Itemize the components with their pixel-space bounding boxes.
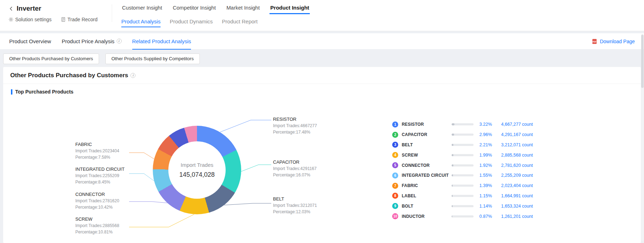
header-actions: Solution settings Trade Record — [8, 17, 98, 22]
callout-percentage: Percentage:12.03% — [273, 209, 317, 215]
ranking-product-name: CONNECTOR — [402, 163, 452, 168]
ranking-product-name: LABEL — [402, 193, 452, 198]
ranking-percent: 1.39% — [474, 183, 492, 188]
callout-leader-line — [220, 120, 271, 132]
donut-center: Import Trades 145,074,028 — [168, 141, 226, 199]
chart-callout-resistor: RESISTOR Import Trades:4667277 Percentag… — [273, 116, 317, 135]
ranking-progress-bar — [452, 164, 474, 166]
ranking-progress-bar — [452, 195, 474, 197]
ranking-percent: 1.92% — [474, 163, 492, 168]
ranking-row: 8LABEL1.15%1,664,991 count — [392, 191, 544, 201]
tab-product-price-analysis-label: Product Price Analysis — [62, 38, 114, 44]
tab-product-overview[interactable]: Product Overview — [9, 33, 51, 50]
ranking-percent: 0.87% — [474, 214, 492, 219]
tab-related-product-analysis[interactable]: Related Product Analysis — [132, 33, 191, 50]
ranking-progress-fill — [452, 174, 453, 176]
rank-badge: 4 — [392, 152, 398, 158]
callout-percentage: Percentage:16.07% — [273, 172, 317, 178]
info-icon[interactable]: i — [130, 73, 135, 78]
callout-leader-line — [129, 153, 154, 159]
callout-percentage: Percentage:10.81% — [75, 229, 119, 235]
rank-badge: 10 — [392, 213, 398, 219]
ranking-progress-bar — [452, 123, 474, 125]
callout-trades: Import Trades:3212071 — [273, 202, 317, 209]
ranking-percent: 2.21% — [474, 142, 492, 147]
rank-badge: 8 — [392, 193, 398, 199]
tab-product-insight[interactable]: Product Insight — [269, 3, 310, 14]
section-accent-bar — [11, 89, 12, 95]
download-page-button[interactable]: PDF Download Page — [592, 33, 635, 50]
solution-settings-button[interactable]: Solution settings — [8, 17, 52, 22]
tab-product-dynamics[interactable]: Product Dynamics — [170, 18, 213, 27]
rank-badge: 5 — [392, 162, 398, 168]
rank-badge: 7 — [392, 183, 398, 189]
callout-leader-line — [129, 202, 168, 203]
ranking-product-name: BELT — [402, 142, 452, 147]
tab-market-insight[interactable]: Market Insight — [226, 3, 260, 14]
scrollbar-thumb[interactable] — [641, 35, 644, 88]
back-button[interactable]: Inverter — [8, 5, 98, 12]
callout-percentage: Percentage:17.48% — [273, 129, 317, 135]
tab-competitor-insight[interactable]: Competitor Insight — [172, 3, 216, 14]
tab-product-overview-label: Product Overview — [9, 38, 51, 44]
app-root: Inverter Solution settings Trade Record … — [0, 0, 644, 243]
callout-trades: Import Trades:2781620 — [75, 198, 119, 204]
ranking-progress-fill — [452, 195, 453, 197]
gear-icon — [8, 17, 13, 22]
solution-settings-label: Solution settings — [15, 17, 52, 22]
filter-chips: Other Products Purchased by Customers Ot… — [3, 53, 200, 64]
callout-trades: Import Trades:4291167 — [273, 165, 317, 172]
callout-percentage: Percentage:7.58% — [75, 154, 119, 160]
callout-name: FABRIC — [75, 141, 119, 148]
callout-leader-line — [129, 174, 154, 181]
ranking-product-name: SCREW — [402, 153, 452, 158]
tab-product-price-analysis[interactable]: Product Price Analysis i — [62, 33, 121, 50]
rank-badge: 9 — [392, 203, 398, 209]
tab-customer-insight[interactable]: Customer Insight — [121, 3, 163, 14]
section-title-text: Top Purchased Products — [15, 89, 74, 95]
ranking-count: 3,212,071 count — [501, 142, 533, 147]
ranking-row: 9BOLT1.14%1,653,324 count — [392, 201, 544, 211]
ranking-row: 1RESISTOR3.22%4,667,277 count — [392, 119, 544, 130]
donut-chart[interactable]: Import Trades 145,074,028 — [153, 126, 241, 214]
panel-title-text: Other Products Purchased by Customers — [10, 72, 128, 79]
ranking-percent: 1.99% — [474, 153, 492, 158]
section-title: Top Purchased Products — [11, 89, 74, 95]
header-divider — [112, 4, 112, 22]
ranking-row: 2CAPACITOR2.96%4,291,167 count — [392, 130, 544, 140]
chart-callout-screw: SCREW Import Trades:2885568 Percentage:1… — [75, 216, 119, 235]
ranking-progress-fill — [452, 134, 454, 136]
sub-nav-tabs: Product Analysis Product Dynamics Produc… — [121, 18, 258, 27]
panel-title: Other Products Purchased by Customers i — [10, 72, 135, 79]
ranking-progress-bar — [452, 205, 474, 207]
ranking-progress-bar — [452, 134, 474, 136]
download-page-label: Download Page — [600, 39, 635, 44]
callout-name: BELT — [273, 196, 317, 202]
page-scrollbar[interactable] — [641, 34, 644, 241]
ranking-row: 6INTEGRATED CIRCUIT1.55%2,255,209 count — [392, 170, 544, 181]
ranking-row: 3BELT2.21%3,212,071 count — [392, 140, 544, 150]
chart-callout-capacitor: CAPACITOR Import Trades:4291167 Percenta… — [273, 159, 317, 178]
ranking-progress-bar — [452, 174, 474, 176]
ranking-product-name: BOLT — [402, 204, 452, 209]
app-header: Inverter Solution settings Trade Record … — [0, 0, 644, 31]
info-icon[interactable]: i — [117, 39, 122, 44]
callout-leader-line — [224, 203, 271, 205]
callout-name: CAPACITOR — [273, 159, 317, 165]
chip-purchased-by-customers[interactable]: Other Products Purchased by Customers — [3, 53, 99, 64]
callout-trades: Import Trades:2885568 — [75, 222, 119, 229]
ranking-count: 2,885,568 count — [501, 153, 533, 158]
chart-callout-integrated-circuit: INTEGRATED CIRCUIT Import Trades:2255209… — [75, 166, 124, 185]
rank-badge: 3 — [392, 142, 398, 148]
trade-record-button[interactable]: Trade Record — [61, 17, 98, 22]
ranking-progress-fill — [452, 215, 452, 217]
tab-product-report[interactable]: Product Report — [222, 18, 258, 27]
tab-product-analysis[interactable]: Product Analysis — [121, 18, 161, 27]
ranking-count: 2,781,620 count — [501, 163, 533, 168]
main-nav-tabs: Customer Insight Competitor Insight Mark… — [121, 3, 310, 14]
chart-callout-belt: BELT Import Trades:3212071 Percentage:12… — [273, 196, 317, 215]
ranking-count: 1,653,324 count — [501, 204, 533, 209]
chip-supplied-by-competitors[interactable]: Other Products Supplied by Competitors — [105, 53, 200, 64]
document-icon — [61, 17, 66, 22]
callout-name: INTEGRATED CIRCUIT — [75, 166, 124, 173]
